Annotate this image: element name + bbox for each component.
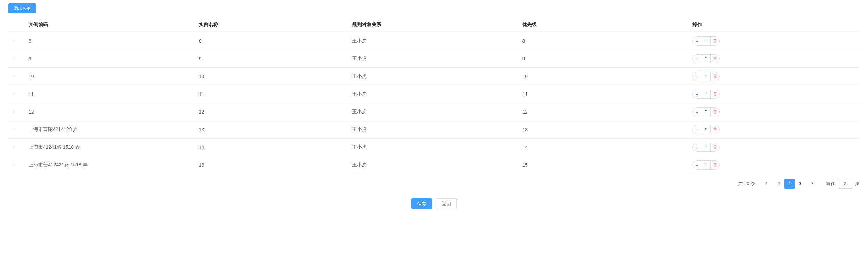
header-priority: 优先级 <box>519 17 689 32</box>
move-up-button[interactable] <box>701 90 711 99</box>
trash-icon <box>713 39 717 44</box>
header-name: 实例名称 <box>195 17 349 32</box>
delete-button[interactable] <box>711 107 720 116</box>
cell-name: 9 <box>195 50 349 68</box>
cell-code: 11 <box>25 85 195 103</box>
cell-name: 8 <box>195 32 349 50</box>
move-up-button[interactable] <box>701 160 711 170</box>
move-up-button[interactable] <box>701 125 711 134</box>
pagination-total: 共 20 条 <box>738 181 755 187</box>
move-up-button[interactable] <box>701 72 711 81</box>
cell-relation: 王小虎 <box>349 156 519 174</box>
cell-code: 12 <box>25 103 195 121</box>
expand-row-icon[interactable] <box>12 145 16 149</box>
cell-code: 上海市普412421路 1518 弄 <box>25 156 195 174</box>
move-down-button[interactable] <box>692 90 701 99</box>
move-down-button[interactable] <box>692 160 701 170</box>
cell-relation: 王小虎 <box>349 103 519 121</box>
header-code: 实例编码 <box>25 17 195 32</box>
save-button[interactable]: 保存 <box>411 198 432 209</box>
cell-name: 10 <box>195 68 349 85</box>
table-row: 1212王小虎12 <box>8 103 860 121</box>
arrow-up-icon <box>704 163 708 168</box>
pagination-page-button[interactable]: 2 <box>784 179 795 189</box>
table-row: 88王小虎8 <box>8 32 860 50</box>
delete-button[interactable] <box>711 143 720 152</box>
cell-relation: 王小虎 <box>349 32 519 50</box>
footer-actions: 保存 返回 <box>8 198 860 209</box>
arrow-down-icon <box>695 109 699 115</box>
table-row: 上海市普陀4214128 弄13王小虎13 <box>8 121 860 139</box>
pagination-prev-button[interactable] <box>761 179 772 189</box>
arrow-up-icon <box>704 74 708 79</box>
expand-row-icon[interactable] <box>12 92 16 96</box>
arrow-down-icon <box>695 163 699 168</box>
cell-relation: 王小虎 <box>349 85 519 103</box>
move-down-button[interactable] <box>692 125 701 134</box>
move-up-button[interactable] <box>701 107 711 116</box>
trash-icon <box>713 56 717 61</box>
cell-code: 10 <box>25 68 195 85</box>
cell-name: 12 <box>195 103 349 121</box>
move-down-button[interactable] <box>692 107 701 116</box>
move-up-button[interactable] <box>701 54 711 63</box>
delete-button[interactable] <box>711 36 720 46</box>
cell-priority: 14 <box>519 139 689 156</box>
table-row: 99王小虎9 <box>8 50 860 68</box>
header-expand <box>8 17 25 32</box>
back-button[interactable]: 返回 <box>436 198 457 209</box>
trash-icon <box>713 127 717 132</box>
cell-name: 13 <box>195 121 349 139</box>
trash-icon <box>713 163 717 168</box>
cell-code: 9 <box>25 50 195 68</box>
pagination-page-button[interactable]: 1 <box>774 179 784 189</box>
expand-row-icon[interactable] <box>12 74 16 78</box>
arrow-up-icon <box>704 145 708 150</box>
pagination-jump-input[interactable] <box>837 179 853 189</box>
arrow-up-icon <box>704 56 708 61</box>
move-up-button[interactable] <box>701 36 711 46</box>
cell-code: 8 <box>25 32 195 50</box>
delete-button[interactable] <box>711 72 720 81</box>
cell-code: 上海市普陀4214128 弄 <box>25 121 195 139</box>
arrow-up-icon <box>704 127 708 132</box>
arrow-up-icon <box>704 92 708 97</box>
cell-code: 上海市41241路 1518 弄 <box>25 139 195 156</box>
move-down-button[interactable] <box>692 36 701 46</box>
trash-icon <box>713 109 717 115</box>
expand-row-icon[interactable] <box>12 109 16 114</box>
expand-row-icon[interactable] <box>12 39 16 43</box>
arrow-down-icon <box>695 39 699 44</box>
pagination-next-button[interactable] <box>807 179 818 189</box>
table-row: 上海市普412421路 1518 弄15王小虎15 <box>8 156 860 174</box>
expand-row-icon[interactable] <box>12 56 16 60</box>
header-relation: 规则对象关系 <box>349 17 519 32</box>
arrow-down-icon <box>695 145 699 150</box>
delete-button[interactable] <box>711 90 720 99</box>
add-instance-button[interactable]: 添加实例 <box>8 3 36 13</box>
move-down-button[interactable] <box>692 54 701 63</box>
chevron-right-icon <box>810 181 814 187</box>
cell-relation: 王小虎 <box>349 50 519 68</box>
trash-icon <box>713 92 717 97</box>
expand-row-icon[interactable] <box>12 163 16 167</box>
cell-priority: 13 <box>519 121 689 139</box>
move-up-button[interactable] <box>701 143 711 152</box>
arrow-up-icon <box>704 39 708 44</box>
delete-button[interactable] <box>711 160 720 170</box>
arrow-up-icon <box>704 109 708 115</box>
cell-name: 14 <box>195 139 349 156</box>
move-down-button[interactable] <box>692 143 701 152</box>
delete-button[interactable] <box>711 54 720 63</box>
instance-table: 实例编码 实例名称 规则对象关系 优先级 操作 88王小虎899王小虎91010… <box>8 17 860 174</box>
move-down-button[interactable] <box>692 72 701 81</box>
pagination-page-button[interactable]: 3 <box>795 179 805 189</box>
expand-row-icon[interactable] <box>12 127 16 131</box>
arrow-down-icon <box>695 127 699 132</box>
cell-priority: 11 <box>519 85 689 103</box>
delete-button[interactable] <box>711 125 720 134</box>
chevron-left-icon <box>764 181 769 187</box>
cell-priority: 10 <box>519 68 689 85</box>
table-row: 上海市41241路 1518 弄14王小虎14 <box>8 139 860 156</box>
cell-relation: 王小虎 <box>349 121 519 139</box>
